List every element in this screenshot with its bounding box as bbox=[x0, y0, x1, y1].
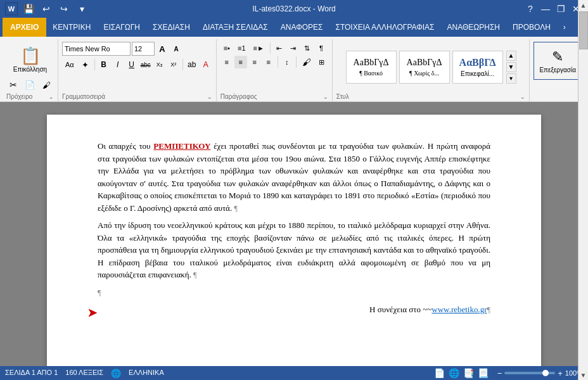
font-size-input[interactable] bbox=[132, 42, 155, 56]
superscript-btn[interactable]: X² bbox=[167, 58, 180, 71]
doc-scroll-area[interactable]: ➤ Οι απαρχές του ΡΕΜΠΕΤΙΚΟΥ έχει προταθε… bbox=[0, 102, 588, 366]
editing-label: Επεξεργασία bbox=[539, 66, 576, 73]
file-menu-btn[interactable]: ΑΡΧΕΙΟ bbox=[3, 18, 46, 37]
italic-btn[interactable]: I bbox=[112, 58, 124, 71]
restore-btn[interactable]: ❐ bbox=[554, 2, 568, 16]
sort-btn[interactable]: ⇅ bbox=[301, 42, 314, 54]
status-bar: ΣΕΛΙΔΑ 1 ΑΠΟ 1 160 ΛΕΞΕΙΣ 🌐 ΕΛΛΗΝΙΚΑ 📄 🌐… bbox=[0, 366, 588, 380]
format-painter-btn[interactable]: 🖌 bbox=[39, 79, 54, 91]
strikethrough-btn[interactable]: abc bbox=[139, 58, 152, 71]
bold-btn[interactable]: B bbox=[98, 58, 110, 71]
view-print-btn[interactable]: 📄 bbox=[434, 368, 445, 378]
redo-quick-btn[interactable]: ↪ bbox=[57, 2, 71, 16]
font-group-label: Γραμματοσειρά ⌄ bbox=[62, 93, 212, 100]
borders-btn[interactable]: ⊞ bbox=[316, 56, 328, 68]
font-name-input[interactable] bbox=[62, 42, 131, 56]
editing-group-label: _ bbox=[534, 94, 582, 100]
clipboard-label: Πρόχειρο ⌄ bbox=[6, 93, 54, 100]
customize-quick-btn[interactable]: ▾ bbox=[75, 2, 89, 16]
menu-review[interactable]: ΑΝΑΘΕΩΡΗΣΗ bbox=[441, 18, 506, 37]
save-quick-btn[interactable]: 💾 bbox=[22, 2, 35, 16]
paragraph-1: Οι απαρχές του ΡΕΜΠΕΤΙΚΟΥ έχει προταθεί … bbox=[98, 140, 490, 214]
para-row-2: ≡ ≡ ≡ ≡ ↕ 🖌 ⊞ bbox=[220, 56, 328, 68]
styles-expand[interactable]: ⌄ bbox=[520, 94, 525, 100]
style-no-spacing-preview: AaBbΓγΔ bbox=[407, 58, 442, 68]
p1-highlighted-word: ΡΕΜΠΕΤΙΚΟΥ bbox=[153, 141, 210, 151]
menu-mailings[interactable]: ΣΤΟΙΧΕΙΑ ΑΛΛΗΛΟΓΡΑΦΙΑΣ bbox=[329, 18, 440, 37]
clear-format-btn[interactable]: ✦ bbox=[79, 58, 92, 71]
undo-quick-btn[interactable]: ↩ bbox=[39, 2, 53, 16]
decrease-indent-btn[interactable]: ⇤ bbox=[273, 42, 286, 54]
increase-font-btn[interactable]: A bbox=[156, 42, 169, 55]
menu-design[interactable]: ΣΧΕΔΙΑΣΗ bbox=[146, 18, 196, 37]
footer-link[interactable]: www.rebetiko.gr bbox=[431, 305, 487, 314]
paragraph-arrow-marker: ➤ bbox=[87, 305, 97, 322]
font-expand[interactable]: ⌄ bbox=[207, 94, 212, 100]
align-center-btn[interactable]: ≡ bbox=[234, 56, 247, 68]
paste-label: Επικόλληση bbox=[13, 66, 47, 73]
p2-pilcrow: ¶ bbox=[193, 270, 196, 279]
view-draft-btn[interactable]: 📃 bbox=[478, 368, 489, 378]
increase-indent-btn[interactable]: ⇥ bbox=[287, 42, 300, 54]
style-normal-preview: AaBbΓγΔ bbox=[354, 58, 389, 68]
font-color-btn[interactable]: A bbox=[200, 58, 212, 71]
paragraph-expand[interactable]: ⌄ bbox=[323, 94, 328, 100]
menu-references[interactable]: ΑΝΑΦΟΡΕΣ bbox=[274, 18, 329, 37]
p1-text-after: έχει προταθεί πως συνδέονται με τα τραγο… bbox=[98, 141, 490, 213]
paste-btn[interactable]: 📋 Επικόλληση bbox=[9, 41, 51, 79]
zoom-out-btn[interactable]: − bbox=[497, 369, 502, 378]
style-scroll-down[interactable]: ▼ bbox=[506, 62, 516, 72]
view-outline-btn[interactable]: 📑 bbox=[463, 368, 474, 378]
copy-btn[interactable]: 📄 bbox=[22, 79, 38, 91]
doc-page: ➤ Οι απαρχές του ΡΕΜΠΕΤΙΚΟΥ έχει προταθε… bbox=[47, 115, 541, 366]
paragraph-empty: ¶ bbox=[98, 286, 490, 299]
editing-group: ✎ Επεξεργασία _ bbox=[530, 39, 585, 101]
editing-btn[interactable]: ✎ Επεξεργασία bbox=[534, 42, 582, 80]
footer-text-prefix: Η συνέχεια στο ~~ bbox=[369, 305, 431, 314]
font-group: A A Aα ✦ B I U abc X₂ X² ab bbox=[58, 39, 217, 101]
status-left: ΣΕΛΙΔΑ 1 ΑΠΟ 1 160 ΛΕΞΕΙΣ 🌐 ΕΛΛΗΝΙΚΑ bbox=[5, 369, 164, 378]
paragraph-2: Από την ίδρυση του νεοελληνικού κράτους … bbox=[98, 219, 490, 281]
style-scroll-expand[interactable]: ▾ bbox=[506, 73, 516, 84]
underline-btn[interactable]: U bbox=[125, 58, 138, 71]
show-marks-btn[interactable]: ¶ bbox=[315, 42, 328, 54]
change-case-btn[interactable]: Aα bbox=[62, 58, 77, 71]
status-right: 📄 🌐 📑 📃 − + 100% bbox=[434, 368, 583, 378]
bullets-btn[interactable]: ≡• bbox=[220, 42, 233, 54]
subscript-btn[interactable]: X₂ bbox=[153, 58, 166, 71]
minimize-btn[interactable]: — bbox=[539, 2, 553, 16]
clipboard-expand[interactable]: ⌄ bbox=[49, 94, 54, 100]
shading-btn[interactable]: 🖌 bbox=[299, 56, 314, 68]
help-btn[interactable]: ? bbox=[523, 2, 537, 16]
decrease-font-btn[interactable]: A bbox=[170, 42, 182, 55]
numbering-btn[interactable]: ≡1 bbox=[234, 42, 249, 54]
page-info: ΣΕΛΙΔΑ 1 ΑΠΟ 1 bbox=[5, 369, 58, 378]
text-highlight-btn[interactable]: ab bbox=[186, 58, 198, 71]
style-heading1-preview: ΑαΒβΓΔ bbox=[459, 57, 496, 68]
style-heading1[interactable]: ΑαΒβΓΔ Επικεφαλί... bbox=[452, 51, 503, 84]
cut-btn[interactable]: ✂ bbox=[6, 79, 20, 91]
menu-view[interactable]: ΠΡΟΒΟΛΗ bbox=[506, 18, 557, 37]
menu-more[interactable]: › bbox=[557, 18, 572, 37]
align-left-btn[interactable]: ≡ bbox=[220, 56, 233, 68]
menu-home[interactable]: ΚΕΝΤΡΙΚΗ bbox=[46, 18, 97, 37]
menu-layout[interactable]: ΔΙΑΤΑΞΗ ΣΕΛΙΔΑΣ bbox=[196, 18, 274, 37]
style-normal[interactable]: AaBbΓγΔ ¶ Βασικό bbox=[346, 51, 397, 84]
menu-bar: ΑΡΧΕΙΟ ΚΕΝΤΡΙΚΗ ΕΙΣΑΓΩΓΗ ΣΧΕΔΙΑΣΗ ΔΙΑΤΑΞ… bbox=[0, 18, 588, 37]
title-bar-controls: ? — ❐ ✕ bbox=[523, 2, 583, 16]
style-scroll-up[interactable]: ▲ bbox=[506, 51, 516, 61]
zoom-in-btn[interactable]: + bbox=[558, 369, 563, 378]
style-no-spacing[interactable]: AaBbΓγΔ ¶ Χωρίς δ... bbox=[399, 51, 450, 84]
footer-pilcrow: ¶ bbox=[487, 305, 490, 314]
menu-insert[interactable]: ΕΙΣΑΓΩΓΗ bbox=[97, 18, 146, 37]
para-row-1: ≡• ≡1 ≡► ⇤ ⇥ ⇅ ¶ bbox=[220, 42, 328, 54]
line-spacing-btn[interactable]: ↕ bbox=[281, 56, 293, 68]
align-right-btn[interactable]: ≡ bbox=[248, 56, 261, 68]
justify-btn[interactable]: ≡ bbox=[262, 56, 275, 68]
doc-footer: Η συνέχεια στο ~~www.rebetiko.gr¶ bbox=[98, 303, 490, 316]
view-web-btn[interactable]: 🌐 bbox=[449, 368, 459, 378]
multilevel-btn[interactable]: ≡► bbox=[250, 42, 267, 54]
language: ΕΛΛΗΝΙΚΑ bbox=[129, 369, 164, 378]
zoom-thumb bbox=[542, 370, 549, 376]
zoom-slider[interactable] bbox=[504, 372, 555, 374]
